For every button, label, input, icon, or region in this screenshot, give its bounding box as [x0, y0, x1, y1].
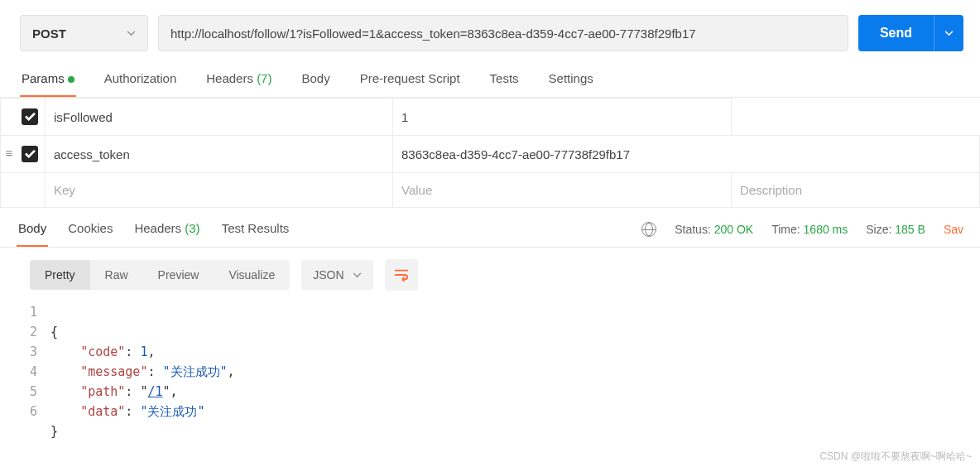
- tab-body[interactable]: Body: [300, 61, 331, 97]
- method-label: POST: [32, 26, 66, 41]
- param-key[interactable]: access_token: [46, 136, 393, 173]
- resp-tab-testresults[interactable]: Test Results: [220, 211, 291, 247]
- param-value[interactable]: 1: [393, 99, 732, 136]
- tab-params[interactable]: Params: [20, 61, 76, 97]
- resp-tab-headers[interactable]: Headers (3): [132, 211, 201, 247]
- resp-tab-body[interactable]: Body: [17, 211, 48, 247]
- param-checkbox[interactable]: [22, 146, 38, 162]
- param-checkbox[interactable]: [22, 108, 38, 125]
- param-value[interactable]: 8363c8ea-d359-4cc7-ae00-77738f29fb17: [393, 136, 980, 173]
- tab-headers[interactable]: Headers (7): [204, 61, 273, 97]
- vtab-visualize[interactable]: Visualize: [214, 260, 290, 290]
- table-row: ≡ access_token 8363c8ea-d359-4cc7-ae00-7…: [1, 136, 980, 173]
- param-value-placeholder[interactable]: Value: [393, 173, 732, 208]
- params-active-dot-icon: [68, 76, 74, 83]
- vtab-raw[interactable]: Raw: [90, 260, 143, 290]
- resp-tab-cookies[interactable]: Cookies: [66, 211, 114, 247]
- url-input[interactable]: [158, 15, 848, 51]
- tab-prerequest[interactable]: Pre-request Script: [358, 61, 462, 97]
- chevron-down-icon: [944, 31, 954, 36]
- drag-handle-icon[interactable]: ≡: [6, 146, 13, 160]
- save-response-link[interactable]: Sav: [944, 223, 963, 236]
- view-tabs: Pretty Raw Preview Visualize: [30, 260, 290, 290]
- headers-count: (7): [257, 71, 271, 85]
- resp-headers-count: (3): [185, 221, 199, 235]
- send-button-group: Send: [858, 15, 963, 51]
- table-row-empty: Key Value Description: [1, 173, 980, 208]
- tab-authorization[interactable]: Authorization: [103, 61, 179, 97]
- vtab-pretty[interactable]: Pretty: [30, 260, 90, 290]
- param-key-placeholder[interactable]: Key: [46, 173, 393, 208]
- method-select[interactable]: POST: [20, 15, 148, 51]
- param-desc-placeholder[interactable]: Description: [732, 173, 980, 208]
- json-code[interactable]: { "code": 1, "message": "关注成功", "path": …: [50, 302, 235, 461]
- chevron-down-icon: [353, 272, 362, 278]
- response-view-bar: Pretty Raw Preview Visualize JSON: [0, 248, 980, 302]
- status-display: Status: 200 OK: [675, 223, 753, 236]
- time-display: Time: 1680 ms: [771, 223, 848, 236]
- params-table: isFollowed 1 ≡ access_token 8363c8ea-d35…: [0, 98, 980, 208]
- vtab-preview[interactable]: Preview: [143, 260, 214, 290]
- size-display: Size: 185 B: [866, 223, 925, 236]
- chevron-down-icon: [127, 31, 136, 36]
- request-bar: POST Send: [0, 0, 980, 61]
- response-tabs: Body Cookies Headers (3) Test Results St…: [0, 211, 980, 248]
- wrap-lines-button[interactable]: [385, 259, 418, 291]
- wrap-icon: [393, 268, 410, 282]
- globe-icon[interactable]: [641, 222, 656, 237]
- table-row: isFollowed 1: [1, 99, 980, 136]
- response-body: 123456 { "code": 1, "message": "关注成功", "…: [0, 302, 980, 467]
- tab-tests[interactable]: Tests: [488, 61, 521, 97]
- watermark: CSDN @啦啦不要熬夜啊~啊哈哈~: [819, 450, 972, 464]
- request-tabs: Params Authorization Headers (7) Body Pr…: [0, 61, 980, 98]
- send-button[interactable]: Send: [858, 15, 934, 51]
- send-dropdown[interactable]: [934, 15, 963, 51]
- format-label: JSON: [313, 268, 343, 282]
- param-key[interactable]: isFollowed: [46, 99, 393, 136]
- tab-settings[interactable]: Settings: [547, 61, 595, 97]
- line-gutter: 123456: [30, 302, 50, 461]
- format-select[interactable]: JSON: [301, 260, 372, 290]
